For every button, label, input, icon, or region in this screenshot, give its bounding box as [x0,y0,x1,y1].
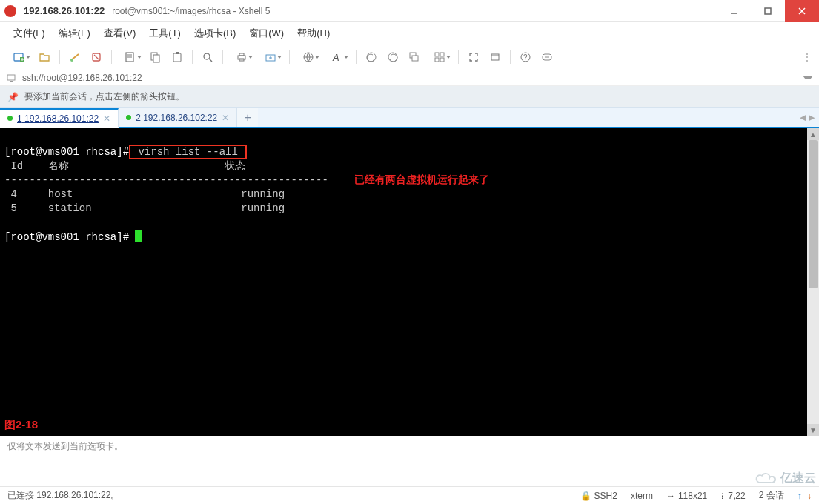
host-icon [6,73,16,83]
menu-help[interactable]: 帮助(H) [291,25,336,42]
encoding-button[interactable] [295,47,322,67]
transfer-button[interactable] [257,47,284,67]
terminal[interactable]: [root@vms001 rhcsa]# virsh list --all Id… [0,128,807,436]
paste-button[interactable] [168,47,187,67]
menu-tab[interactable]: 选项卡(B) [188,25,242,42]
broadcast-note: 仅将文本发送到当前选项卡。 [0,436,819,454]
copy-button[interactable] [146,47,165,67]
toolbar-separator [222,50,223,64]
fullscreen-button[interactable] [464,47,483,67]
print-button[interactable] [228,47,255,67]
tab-close-button[interactable]: ✕ [103,113,110,124]
tab-session-1[interactable]: 1 192.168.26.101:22 ✕ [0,108,119,128]
toolbar: A ? ⋮ [0,44,819,70]
minimize-button[interactable] [717,0,751,22]
svg-rect-17 [176,52,179,54]
properties-button[interactable] [117,47,144,67]
table-header: Id 名称 状态 [4,160,245,172]
address-dropdown[interactable] [803,73,813,83]
status-cursor-pos: ⫶7,22 [720,491,745,501]
toolbar-separator [289,50,290,64]
tab-navigation[interactable]: ◀▶ [795,108,819,127]
svg-rect-29 [412,56,418,61]
new-tab-button[interactable]: + [237,108,258,127]
status-sessions: 2 会话 [759,489,784,502]
status-ssh: 🔒SSH2 [580,491,617,501]
toolbar-separator [458,50,459,64]
connection-status-icon [7,116,13,121]
svg-rect-21 [239,53,244,56]
help-button[interactable]: ? [516,47,535,67]
menu-file[interactable]: 文件(F) [7,25,51,42]
grid-icon: ⫶ [720,491,725,501]
reconnect-button[interactable] [65,47,84,67]
status-connection: 已连接 192.168.26.101:22。 [7,489,567,502]
svg-text:A: A [332,52,339,63]
back-button[interactable] [362,47,381,67]
toolbar-separator [111,50,112,64]
annotation-text: 已经有两台虚拟机运行起来了 [354,173,489,187]
window-controls [717,0,819,22]
toolbar-separator [59,50,60,64]
menu-tools[interactable]: 工具(T) [143,25,187,42]
disconnect-button[interactable] [87,47,106,67]
window-title: 192.168.26.101:22 [24,5,105,16]
table-row: 4 host running [4,188,285,200]
svg-rect-33 [440,58,444,62]
status-bar: 已连接 192.168.26.101:22。 🔒SSH2 xterm ↔118x… [0,486,819,504]
title-bar: 192.168.26.101:22 root@vms001:~/images/r… [0,0,819,22]
close-button[interactable] [785,0,819,22]
terminal-scrollbar[interactable]: ▲ ▼ [807,128,819,436]
always-on-top-button[interactable] [485,47,505,67]
svg-line-10 [94,55,99,59]
find-button[interactable] [198,47,217,67]
toolbar-separator [192,50,193,64]
app-icon [4,5,16,17]
svg-rect-40 [7,75,15,80]
scroll-thumb[interactable] [809,140,818,288]
scroll-down-button[interactable]: ▼ [807,424,819,436]
svg-rect-1 [765,8,771,14]
status-updown-icon[interactable]: ↑ ↓ [798,491,812,501]
scroll-up-button[interactable]: ▲ [807,128,819,140]
svg-rect-34 [491,54,499,60]
size-icon: ↔ [666,491,675,501]
window-subtitle: root@vms001:~/images/rhcsa - Xshell 5 [112,6,270,16]
svg-rect-30 [435,53,439,56]
watermark-text: 亿速云 [780,471,816,486]
status-size: ↔118x21 [666,491,707,501]
maximize-button[interactable] [751,0,785,22]
font-button[interactable]: A [324,47,351,67]
hint-bar: 📌 要添加当前会话，点击左侧的箭头按钮。 [0,86,819,107]
menu-view[interactable]: 查看(V) [98,25,142,42]
svg-rect-15 [153,55,159,62]
menu-window[interactable]: 窗口(W) [243,25,290,42]
tab-session-2[interactable]: 2 192.168.26.102:22 ✕ [119,108,237,127]
svg-text:?: ? [523,53,528,62]
open-button[interactable] [35,47,54,67]
tab-close-button[interactable]: ✕ [222,113,229,123]
quick-command-button[interactable] [537,47,557,67]
terminal-cursor [135,230,142,242]
shell-prompt: [root@vms001 rhcsa]# [4,146,129,158]
menu-edit[interactable]: 编辑(E) [53,25,96,42]
svg-rect-16 [173,53,181,62]
figure-caption: 图2-18 [4,417,38,431]
cascade-button[interactable] [405,47,424,67]
forward-button[interactable] [383,47,402,67]
toolbar-overflow[interactable]: ⋮ [801,47,813,67]
hint-text: 要添加当前会话，点击左侧的箭头按钮。 [24,90,185,103]
status-term: xterm [631,491,653,501]
connection-status-icon [126,115,131,120]
tile-button[interactable] [426,47,453,67]
cloud-icon [755,471,776,486]
address-text[interactable]: ssh://root@192.168.26.101:22 [22,73,797,83]
menu-bar: 文件(F) 编辑(E) 查看(V) 工具(T) 选项卡(B) 窗口(W) 帮助(… [0,22,819,44]
toolbar-separator [510,50,511,64]
new-session-button[interactable] [6,47,33,67]
pin-icon[interactable]: 📌 [7,92,19,102]
tab-label: 1 192.168.26.101:22 [17,113,99,124]
toolbar-separator [356,50,357,64]
svg-rect-31 [440,53,444,56]
table-separator: ----------------------------------------… [4,174,328,186]
